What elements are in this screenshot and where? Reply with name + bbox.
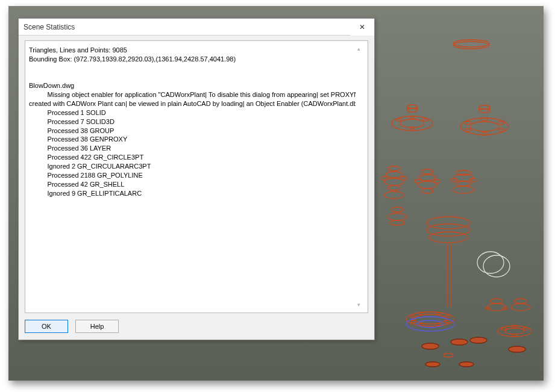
svg-point-83: [444, 353, 453, 357]
svg-point-64: [483, 255, 510, 277]
svg-point-8: [407, 108, 417, 112]
svg-point-4: [397, 119, 401, 121]
svg-point-3: [400, 119, 424, 128]
svg-point-75: [512, 325, 517, 328]
help-button[interactable]: Help: [75, 320, 119, 333]
svg-point-66: [491, 299, 503, 303]
svg-point-74: [523, 328, 528, 330]
dialog-content: Triangles, Lines and Points: 9085 Boundi…: [25, 40, 368, 313]
svg-point-24: [386, 172, 403, 178]
svg-point-69: [511, 303, 530, 311]
svg-point-56: [445, 320, 450, 323]
svg-point-76: [512, 334, 517, 337]
svg-point-46: [427, 217, 470, 229]
dialog-titlebar[interactable]: Scene Statistics ✕: [19, 19, 374, 36]
statistics-log: Triangles, Lines and Points: 9085 Boundi…: [29, 46, 356, 308]
ok-button[interactable]: OK: [25, 320, 68, 333]
svg-point-79: [470, 337, 487, 343]
close-button[interactable]: ✕: [350, 19, 374, 36]
close-icon: ✕: [359, 23, 365, 31]
scene-statistics-dialog: Scene Statistics ✕ Triangles, Lines and …: [18, 18, 375, 340]
svg-point-20: [479, 109, 490, 113]
svg-point-53: [411, 316, 416, 318]
svg-point-1: [453, 42, 489, 49]
svg-point-30: [401, 176, 407, 180]
scroll-up-icon: ▴: [357, 46, 360, 52]
svg-point-73: [501, 328, 506, 330]
scrollbar[interactable]: ▴ ▾: [356, 46, 362, 308]
svg-point-0: [453, 40, 489, 47]
svg-point-5: [423, 119, 428, 121]
svg-point-29: [381, 176, 387, 180]
svg-point-43: [387, 213, 407, 220]
svg-point-36: [434, 179, 440, 183]
svg-point-54: [445, 316, 450, 318]
svg-point-44: [390, 220, 404, 225]
svg-point-57: [419, 313, 424, 315]
svg-point-78: [451, 339, 468, 345]
app-window: Scene Statistics ✕ Triangles, Lines and …: [8, 6, 544, 381]
svg-point-14: [465, 122, 471, 125]
svg-point-39: [456, 181, 471, 186]
svg-point-32: [421, 169, 433, 174]
svg-point-55: [411, 320, 416, 323]
svg-point-25: [388, 166, 400, 171]
svg-point-7: [410, 127, 415, 129]
svg-point-35: [415, 179, 421, 183]
svg-point-80: [509, 346, 525, 352]
svg-point-31: [419, 175, 436, 181]
svg-point-63: [477, 252, 504, 273]
svg-point-34: [421, 188, 433, 193]
svg-point-82: [459, 362, 474, 367]
svg-point-58: [436, 313, 441, 315]
dialog-button-row: OK Help: [19, 316, 374, 340]
svg-point-16: [465, 129, 471, 132]
svg-point-60: [436, 323, 441, 326]
svg-point-68: [503, 307, 507, 310]
dialog-title: Scene Statistics: [24, 23, 350, 31]
svg-point-72: [505, 328, 524, 334]
svg-point-77: [422, 343, 439, 349]
svg-point-9: [407, 105, 417, 108]
svg-point-21: [479, 105, 490, 109]
svg-point-48: [429, 232, 468, 243]
svg-point-45: [391, 207, 403, 212]
svg-point-81: [425, 362, 440, 367]
svg-point-67: [486, 307, 491, 310]
svg-point-13: [470, 122, 499, 131]
scroll-down-icon: ▾: [357, 302, 360, 308]
svg-point-70: [515, 299, 527, 303]
svg-point-15: [498, 122, 504, 125]
svg-point-40: [453, 186, 474, 193]
svg-point-17: [498, 129, 504, 132]
svg-point-28: [384, 191, 404, 199]
svg-point-6: [410, 116, 415, 119]
svg-point-52: [415, 314, 446, 324]
svg-point-59: [419, 323, 424, 326]
svg-point-27: [388, 185, 400, 190]
